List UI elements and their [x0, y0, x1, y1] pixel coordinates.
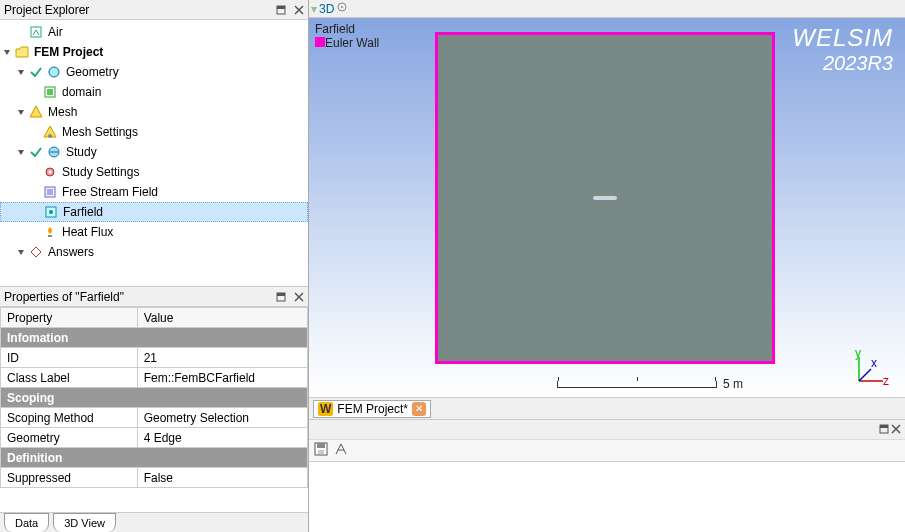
clear-icon[interactable]: [333, 441, 349, 460]
collapse-icon[interactable]: [14, 248, 28, 256]
scale-bar: 5 m: [557, 377, 743, 391]
svg-rect-15: [277, 293, 285, 296]
group-scoping: Scoping: [1, 388, 308, 408]
app-icon: W: [318, 402, 333, 416]
svg-point-17: [341, 6, 343, 8]
field-icon: [42, 184, 58, 200]
properties-title: Properties of "Farfield": [4, 290, 272, 304]
svg-text:z: z: [883, 374, 889, 388]
close-tab-icon[interactable]: ✕: [412, 402, 426, 416]
prop-row-id[interactable]: ID21: [1, 348, 308, 368]
svg-text:y: y: [855, 349, 861, 360]
material-icon: [28, 24, 44, 40]
col-property: Property: [1, 308, 138, 328]
geometry-icon: [46, 64, 62, 80]
dock-icon[interactable]: [272, 3, 290, 17]
output-text[interactable]: [309, 462, 905, 532]
tree-item-mesh-settings[interactable]: Mesh Settings: [0, 122, 308, 142]
prop-row-suppressed[interactable]: SuppressedFalse: [1, 468, 308, 488]
properties-table[interactable]: PropertyValue Infomation ID21 Class Labe…: [0, 307, 308, 512]
tree-item-study-settings[interactable]: Study Settings: [0, 162, 308, 182]
output-panel: [309, 419, 905, 532]
tab-data[interactable]: Data: [4, 513, 49, 532]
svg-point-12: [49, 210, 53, 214]
project-tree[interactable]: Air FEM Project Geometry domain Mesh Mes…: [0, 20, 308, 286]
close-icon[interactable]: [290, 3, 308, 17]
tree-item-domain[interactable]: domain: [0, 82, 308, 102]
explorer-title: Project Explorer: [4, 3, 272, 17]
group-definition: Definition: [1, 448, 308, 468]
properties-header: Properties of "Farfield": [0, 287, 308, 307]
svg-rect-5: [47, 89, 53, 95]
axes-triad: yzx: [851, 349, 891, 389]
svg-rect-28: [318, 450, 324, 454]
warning-icon: [28, 104, 44, 120]
tab-3d-view[interactable]: 3D View: [53, 513, 116, 532]
dock-icon[interactable]: [879, 423, 889, 437]
document-tab[interactable]: W FEM Project* ✕: [313, 400, 431, 418]
collapse-icon[interactable]: [14, 68, 28, 76]
tree-item-answers[interactable]: Answers: [0, 242, 308, 262]
airfoil-icon: [593, 196, 617, 200]
tree-item-study[interactable]: Study: [0, 142, 308, 162]
svg-text:x: x: [871, 356, 877, 370]
legend-farfield: Farfield: [315, 22, 379, 36]
tree-item-free-stream[interactable]: Free Stream Field: [0, 182, 308, 202]
tree-item-mesh[interactable]: Mesh: [0, 102, 308, 122]
document-tabbar: W FEM Project* ✕: [309, 397, 905, 419]
group-information: Infomation: [1, 328, 308, 348]
prop-row-class[interactable]: Class LabelFem::FemBCFarfield: [1, 368, 308, 388]
brand: WELSIM 2023R3: [792, 24, 893, 75]
svg-point-3: [49, 67, 59, 77]
check-icon: [28, 64, 44, 80]
legend: Farfield Euler Wall: [315, 22, 379, 50]
check-icon: [28, 144, 44, 160]
dock-icon[interactable]: [272, 290, 290, 304]
prop-row-method[interactable]: Scoping MethodGeometry Selection: [1, 408, 308, 428]
prop-row-geometry[interactable]: Geometry4 Edge: [1, 428, 308, 448]
svg-rect-25: [880, 425, 888, 428]
svg-rect-2: [31, 27, 41, 37]
domain-icon: [42, 84, 58, 100]
svg-point-6: [48, 134, 52, 138]
study-icon: [46, 144, 62, 160]
svg-rect-13: [48, 235, 52, 237]
viewport-toolbar: ▾ 3D: [309, 0, 905, 18]
viewport-3d[interactable]: Farfield Euler Wall WELSIM 2023R3 5 m yz…: [309, 18, 905, 397]
collapse-icon[interactable]: [0, 48, 14, 56]
collapse-icon[interactable]: [14, 148, 28, 156]
mesh-settings-icon: [42, 124, 58, 140]
tree-item-geometry[interactable]: Geometry: [0, 62, 308, 82]
svg-rect-1: [277, 6, 285, 9]
close-icon[interactable]: [290, 290, 308, 304]
heat-icon: [42, 224, 58, 240]
explorer-header: Project Explorer: [0, 0, 308, 20]
save-icon[interactable]: [313, 441, 329, 460]
gear-icon: [42, 164, 58, 180]
model-domain: [435, 32, 775, 364]
diamond-icon: [28, 244, 44, 260]
mode-label: 3D: [319, 2, 334, 16]
collapse-icon[interactable]: [14, 108, 28, 116]
folder-icon: [14, 44, 30, 60]
tree-item-farfield[interactable]: Farfield: [0, 202, 308, 222]
farfield-icon: [43, 204, 59, 220]
svg-rect-27: [317, 443, 325, 448]
tree-item-air[interactable]: Air: [0, 22, 308, 42]
settings-icon[interactable]: [336, 1, 348, 16]
close-icon[interactable]: [891, 423, 901, 437]
svg-line-20: [859, 369, 871, 381]
svg-point-9: [49, 171, 52, 174]
legend-euler: Euler Wall: [325, 36, 379, 50]
tree-item-project[interactable]: FEM Project: [0, 42, 308, 62]
col-value: Value: [137, 308, 307, 328]
legend-swatch-euler: [315, 37, 325, 47]
tree-item-heat-flux[interactable]: Heat Flux: [0, 222, 308, 242]
